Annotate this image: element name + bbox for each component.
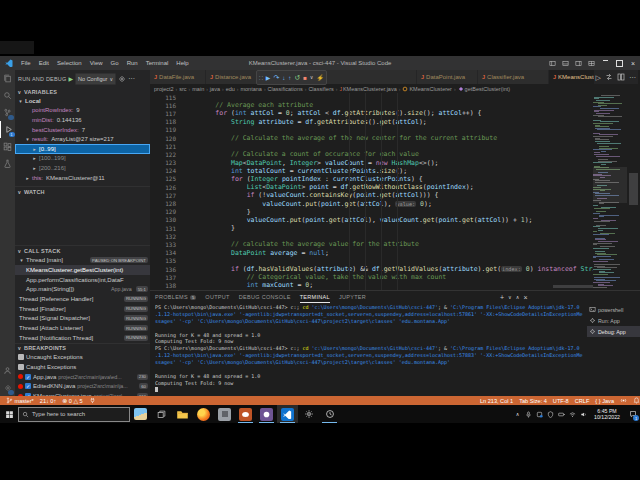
hot-code-replace-icon[interactable]: ⚡	[317, 75, 325, 81]
call-stack-row[interactable]: ▾Thread [main]PAUSED ON BREAKPOINT	[15, 255, 150, 265]
code-line[interactable]: 122 // Calculate a count of occurance fo…	[150, 150, 593, 158]
call-stack-row[interactable]: App.performClassifications(int,DataF	[15, 275, 150, 285]
code-editor[interactable]: 115 116 // Average each attribute117 for…	[150, 93, 593, 290]
notification-center-button[interactable]: 1	[626, 405, 640, 423]
code-line[interactable]: 118 String attribute = df.getAttributes(…	[150, 118, 593, 126]
vertical-scrollbar[interactable]	[627, 93, 640, 290]
tray-microphone[interactable]	[524, 408, 533, 420]
code-line[interactable]: 121	[150, 142, 593, 150]
call-stack-row[interactable]: Thread [Reference Handler]RUNNING	[15, 294, 150, 304]
code-line[interactable]: 138 int maxCount = 0;	[150, 281, 593, 289]
status-eol[interactable]: CRLF	[572, 398, 593, 404]
status-encoding[interactable]: UTF-8	[550, 398, 572, 404]
breadcrumb-item[interactable]: project2	[154, 86, 174, 92]
run-java-icon[interactable]: ▷	[596, 74, 601, 81]
call-stack-row[interactable]: Thread [Signal Dispatcher]RUNNING	[15, 313, 150, 323]
toggle-secondary-sidebar-icon[interactable]	[572, 60, 585, 67]
code-line[interactable]: 130 valueCount.put(point.get(attCol), va…	[150, 216, 593, 224]
scrollbar-thumb[interactable]	[629, 173, 638, 205]
menu-file[interactable]: File	[17, 56, 35, 70]
breadcrumb-item[interactable]: getBestCluster(int)	[458, 86, 511, 92]
close-panel-icon[interactable]: ×	[523, 294, 527, 301]
taskbar-app[interactable]	[214, 405, 235, 423]
tray-battery[interactable]	[557, 408, 566, 420]
variable-row[interactable]: bestClusterIndex:7	[15, 125, 150, 135]
call-stack-row[interactable]: Thread [Finalizer]RUNNING	[15, 304, 150, 314]
variable-row[interactable]: ▸[0..99]	[15, 144, 150, 154]
code-line[interactable]: 126 List<DataPoint> point = df.getRowWit…	[150, 183, 593, 191]
breakpoint-row[interactable]: ✓EditedKNN.javaproject2\src\main\ja...60	[15, 382, 150, 392]
variable-row[interactable]: ▾Local	[15, 96, 150, 106]
status-problems[interactable]: ⊗0△5	[59, 397, 85, 404]
status-cursor-position[interactable]: Ln 213, Col 1	[477, 398, 516, 404]
breakpoint-checkbox[interactable]: ✓	[25, 374, 31, 380]
code-line[interactable]: 116 // Average each attribute	[150, 101, 593, 109]
status-git-sync[interactable]: 21↓ 0↑	[37, 397, 59, 404]
call-stack-row[interactable]: Thread [Attach Listener]RUNNING	[15, 323, 150, 333]
panel-tab-output[interactable]: OUTPUT	[205, 291, 229, 303]
call-stack-row[interactable]: Thread [Notification Thread]RUNNING	[15, 333, 150, 343]
breakpoint-row[interactable]: ✓App.javaproject2\src\main\java\ed...230	[15, 372, 150, 382]
taskbar-search-input[interactable]: Type here to search	[18, 407, 130, 422]
close-button[interactable]: ×	[626, 60, 640, 67]
more-actions-icon[interactable]: ⋯	[128, 75, 135, 82]
stop-dropdown-icon[interactable]: ∨	[310, 75, 314, 80]
variable-row[interactable]: ▸[100..199]	[15, 154, 150, 164]
status-git-branch[interactable]: master*	[3, 397, 37, 404]
toggle-panel-icon[interactable]	[559, 60, 572, 67]
status-debug-port[interactable]	[86, 397, 99, 404]
code-line[interactable]: 136 if (df.hasValidValues(attribute) && …	[150, 265, 593, 273]
toggle-sidebar-icon[interactable]	[546, 60, 559, 67]
taskbar-github-desktop[interactable]	[256, 405, 277, 423]
activity-settings[interactable]	[0, 379, 15, 396]
open-changes-icon[interactable]	[605, 73, 613, 81]
restart-icon[interactable]: ↺	[294, 74, 300, 81]
breadcrumb-item[interactable]: src	[179, 86, 186, 92]
code-line[interactable]: 132	[150, 232, 593, 240]
watch-section-header[interactable]: ∨ WATCH	[15, 186, 150, 196]
maximize-button[interactable]	[612, 60, 626, 67]
tab-classifier-java[interactable]: JClassifier.java	[478, 70, 549, 84]
debug-settings-gear-icon[interactable]	[118, 75, 126, 83]
tray-security[interactable]	[546, 408, 555, 420]
variables-section-header[interactable]: ∨ VARIABLES	[15, 87, 150, 96]
panel-tab-problems[interactable]: PROBLEMS5	[155, 291, 196, 303]
breakpoint-row[interactable]: Uncaught Exceptions	[15, 353, 150, 363]
terminal-instance-run-app[interactable]: Run: App	[587, 315, 640, 326]
activity-search[interactable]	[0, 87, 15, 104]
code-line[interactable]: 133 // calculate the average value for t…	[150, 240, 593, 248]
code-line[interactable]: 127 if (!valueCount.containsKey(point.ge…	[150, 191, 593, 199]
menu-go[interactable]: Go	[107, 56, 123, 70]
breadcrumb-item[interactable]: java	[210, 86, 220, 92]
more-actions-icon[interactable]: ⋯	[629, 74, 636, 81]
breadcrumb-item[interactable]: Classifications	[268, 86, 303, 92]
activity-testing[interactable]	[0, 155, 15, 172]
continue-icon[interactable]: ▶	[266, 75, 271, 81]
breadcrumb-item[interactable]: Classifiers	[308, 86, 333, 92]
taskbar-task-view[interactable]	[151, 405, 172, 423]
call-stack-row[interactable]: App.main(String[])App.java55:1	[15, 284, 150, 294]
start-debugging-icon[interactable]: ▶	[68, 76, 73, 82]
code-line[interactable]: 125 for (Integer pointIndex : currentClu…	[150, 175, 593, 183]
code-line[interactable]: 135	[150, 257, 593, 265]
taskbar-firefox[interactable]	[193, 405, 214, 423]
breakpoint-checkbox[interactable]	[18, 354, 24, 360]
split-editor-icon[interactable]	[617, 73, 625, 81]
breadcrumb-item[interactable]: montana	[240, 86, 261, 92]
variable-row[interactable]: ▸[200..216]	[15, 163, 150, 173]
horizontal-scrollbar[interactable]	[553, 285, 593, 288]
step-into-icon[interactable]: ↓	[282, 75, 285, 81]
status-indentation[interactable]: Tab Size: 4	[516, 398, 550, 404]
code-line[interactable]: 117 for (int attCol = 0; attCol < df.get…	[150, 109, 593, 117]
start-button[interactable]	[0, 405, 18, 423]
taskbar-file-explorer[interactable]	[172, 405, 193, 423]
panel-tab-terminal[interactable]: TERMINAL	[300, 291, 330, 303]
minimap[interactable]	[593, 93, 627, 292]
code-line[interactable]: 120 // Calculate the average of the new …	[150, 134, 593, 142]
minimap-viewport[interactable]	[593, 167, 627, 203]
status-java-status[interactable]	[617, 397, 630, 404]
maximize-panel-icon[interactable]: ∧	[516, 295, 520, 300]
tray-network[interactable]	[568, 408, 577, 420]
call-stack-section-header[interactable]: ∨ CALL STACK	[15, 245, 150, 255]
breakpoint-checkbox[interactable]: ✓	[25, 383, 31, 389]
